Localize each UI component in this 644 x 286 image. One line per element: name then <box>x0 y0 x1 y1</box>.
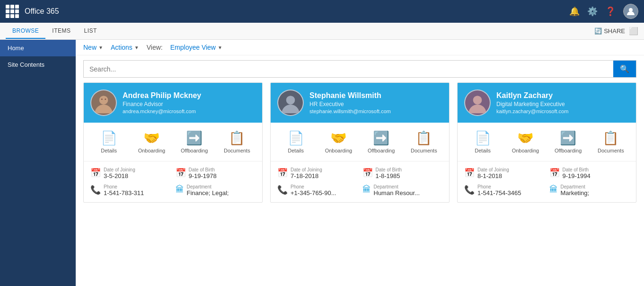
card-details-1: 📅 Date of Joining 7-18-2018 📅 Date of Bi… <box>271 161 449 202</box>
card-name-1: Stephanie Willsmith <box>309 91 442 100</box>
card-actions-1: 📄 Details 🤝 Onboarding ➡️ Offboarding 📋 … <box>271 123 449 161</box>
card-action-details-1[interactable]: 📄 Details <box>274 128 317 155</box>
share-button[interactable]: 🔄 SHARE <box>594 27 625 35</box>
dept-value-2: Marketing; <box>561 189 590 197</box>
card-name-0: Andrea Philip Mckney <box>123 91 256 100</box>
svg-point-3 <box>101 98 103 100</box>
offboarding-label-1: Offboarding <box>368 148 395 153</box>
card-job-title-2: Digital Marketing Executive <box>496 101 629 107</box>
department-icon-1: 🏛 <box>362 185 371 195</box>
card-avatar-0 <box>90 89 117 116</box>
documents-icon-0: 📋 <box>229 130 245 146</box>
card-avatar-2 <box>464 89 491 116</box>
svg-point-8 <box>473 96 482 105</box>
details-icon-0: 📄 <box>101 130 117 146</box>
card-details-0: 📅 Date of Joining 3-5-2018 📅 Date of Bir… <box>84 161 262 202</box>
svg-point-6 <box>286 96 295 105</box>
detail-phone-2: 📞 Phone 1-541-754-3465 <box>464 184 545 197</box>
calendar-icon-doj-0: 📅 <box>90 168 101 178</box>
card-action-details-0[interactable]: 📄 Details <box>88 128 130 155</box>
doj-value-1: 7-18-2018 <box>291 172 322 179</box>
doj-label-1: Date of Joining <box>291 167 322 172</box>
documents-label-2: Documents <box>598 148 624 153</box>
dob-value-1: 1-8-1985 <box>376 172 402 179</box>
details-label-0: Details <box>101 148 117 153</box>
phone-value-0: 1-541-783-311 <box>104 189 144 197</box>
onboarding-icon-2: 🤝 <box>517 130 534 146</box>
offboarding-label-0: Offboarding <box>181 148 208 153</box>
help-icon[interactable]: ❓ <box>605 6 616 17</box>
card-action-documents-2[interactable]: 📋 Documents <box>590 128 632 155</box>
details-icon-1: 📄 <box>288 130 304 146</box>
card-header-2: Kaitlyn Zachary Digital Marketing Execut… <box>458 83 636 123</box>
onboarding-label-1: Onboarding <box>325 148 353 153</box>
share-label: SHARE <box>604 27 625 35</box>
sidebar: Home Site Contents <box>0 40 76 286</box>
search-button[interactable]: 🔍 <box>613 61 636 77</box>
employee-view-label: Employee View <box>170 44 216 51</box>
waffle-icon[interactable] <box>6 5 19 18</box>
card-action-onboarding-2[interactable]: 🤝 Onboarding <box>504 128 547 155</box>
card-actions-2: 📄 Details 🤝 Onboarding ➡️ Offboarding 📋 … <box>458 123 636 161</box>
actions-label: Actions <box>111 44 132 51</box>
card-job-title-1: HR Executive <box>309 101 442 107</box>
phone-icon-0: 📞 <box>90 185 101 195</box>
tab-list[interactable]: LIST <box>78 24 104 39</box>
svg-point-2 <box>99 96 108 105</box>
dept-label-0: Department <box>187 184 229 189</box>
settings-icon[interactable]: ⚙️ <box>587 6 598 17</box>
dept-value-1: Human Resour... <box>374 189 420 197</box>
offboarding-icon-2: ➡️ <box>560 130 576 146</box>
user-avatar[interactable] <box>623 4 638 19</box>
search-input[interactable] <box>84 61 613 77</box>
tab-browse[interactable]: BROWSE <box>6 24 45 39</box>
doj-label-0: Date of Joining <box>104 167 135 172</box>
sidebar-item-site-contents[interactable]: Site Contents <box>0 56 76 73</box>
department-icon-2: 🏛 <box>549 185 558 195</box>
detail-phone-1: 📞 Phone +1-345-765-90... <box>277 184 358 197</box>
card-action-offboarding-1[interactable]: ➡️ Offboarding <box>360 128 403 155</box>
card-action-onboarding-0[interactable]: 🤝 Onboarding <box>130 128 173 155</box>
card-header-0: Andrea Philip Mckney Finance Advisor and… <box>84 83 262 123</box>
calendar-icon-doj-1: 📅 <box>277 168 288 178</box>
view-label: View: <box>147 44 163 51</box>
card-job-title-0: Finance Advisor <box>123 101 256 107</box>
card-action-offboarding-0[interactable]: ➡️ Offboarding <box>173 128 216 155</box>
dob-label-0: Date of Birth <box>189 167 217 172</box>
fullscreen-button[interactable]: ⬜ <box>629 27 638 36</box>
tab-items[interactable]: ITEMS <box>45 24 77 39</box>
content-area: New ▼ Actions ▼ View: Employee View ▼ 🔍 <box>76 40 644 286</box>
detail-dept-1: 🏛 Department Human Resour... <box>362 184 443 197</box>
detail-phone-0: 📞 Phone 1-541-783-311 <box>90 184 171 197</box>
search-bar: 🔍 <box>83 60 636 78</box>
documents-icon-2: 📋 <box>602 130 619 146</box>
dob-value-0: 9-19-1978 <box>189 172 217 179</box>
actions-chevron-icon: ▼ <box>134 45 139 50</box>
phone-label-0: Phone <box>104 184 144 189</box>
documents-icon-1: 📋 <box>415 130 432 146</box>
card-details-2: 📅 Date of Joining 8-1-2018 📅 Date of Bir… <box>458 161 636 202</box>
card-action-offboarding-2[interactable]: ➡️ Offboarding <box>547 128 590 155</box>
card-action-documents-0[interactable]: 📋 Documents <box>216 128 258 155</box>
share-icon: 🔄 <box>594 27 602 35</box>
detail-dept-0: 🏛 Department Finance; Legal; <box>176 184 256 197</box>
offboarding-label-2: Offboarding <box>555 148 582 153</box>
notification-icon[interactable]: 🔔 <box>569 6 580 17</box>
detail-doj-2: 📅 Date of Joining 8-1-2018 <box>464 167 545 179</box>
calendar-icon-dob-1: 📅 <box>362 168 373 178</box>
employee-view-button[interactable]: Employee View ▼ <box>170 44 222 51</box>
ribbon-right: 🔄 SHARE ⬜ <box>594 27 638 36</box>
card-action-documents-1[interactable]: 📋 Documents <box>403 128 445 155</box>
onboarding-icon-1: 🤝 <box>330 130 347 146</box>
actions-button[interactable]: Actions ▼ <box>111 44 139 51</box>
card-action-onboarding-1[interactable]: 🤝 Onboarding <box>317 128 360 155</box>
new-button[interactable]: New ▼ <box>83 44 103 51</box>
card-info-2: Kaitlyn Zachary Digital Marketing Execut… <box>496 91 629 114</box>
phone-label-1: Phone <box>291 184 336 189</box>
card-avatar-1 <box>277 89 304 116</box>
phone-value-2: 1-541-754-3465 <box>477 189 521 197</box>
card-action-details-2[interactable]: 📄 Details <box>461 128 504 155</box>
details-icon-2: 📄 <box>475 130 491 146</box>
card-email-2: kaitlyn.zachary@microsoft.com <box>496 108 629 114</box>
sidebar-item-home[interactable]: Home <box>0 40 76 56</box>
